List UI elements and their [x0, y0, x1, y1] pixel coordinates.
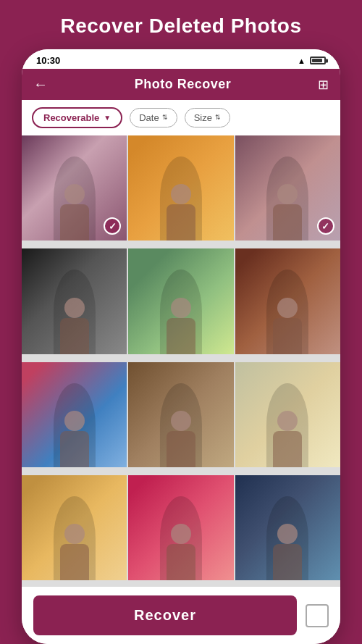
photo-cell-8[interactable] [128, 362, 233, 467]
recoverable-filter-button[interactable]: Recoverable ▼ [32, 107, 122, 128]
check-overlay-1: ✓ [104, 217, 121, 235]
photo-grid: ✓ ✓ [22, 135, 340, 587]
photo-cell-3[interactable]: ✓ [235, 135, 340, 241]
app-header: ← Photo Recover ⊞ [22, 69, 340, 100]
grid-view-icon[interactable]: ⊞ [318, 77, 329, 93]
size-label: Size [194, 112, 212, 123]
photo-cell-7[interactable] [22, 362, 127, 467]
photo-cell-5[interactable] [128, 248, 233, 354]
recover-button[interactable]: Recover [33, 595, 297, 635]
photo-cell-9[interactable] [235, 362, 340, 467]
header-title: Photo Recover [135, 77, 232, 92]
filter-bar: Recoverable ▼ Date ⇅ Size ⇅ [22, 100, 340, 135]
check-overlay-3: ✓ [317, 217, 334, 235]
bottom-bar: Recover [22, 587, 340, 644]
dropdown-arrow-icon: ▼ [104, 114, 111, 122]
status-bar: 10:30 [22, 49, 340, 69]
phone-frame: 10:30 ← Photo Recover ⊞ Recoverable ▼ Da… [22, 49, 340, 644]
size-sort-button[interactable]: Size ⇅ [185, 108, 230, 127]
date-sort-button[interactable]: Date ⇅ [130, 108, 177, 127]
back-button[interactable]: ← [33, 76, 48, 93]
sort-arrows-icon: ⇅ [162, 114, 168, 121]
photo-cell-12[interactable] [235, 475, 340, 580]
date-label: Date [139, 112, 159, 123]
battery-icon [310, 57, 326, 64]
photo-cell-4[interactable] [22, 248, 127, 354]
photo-cell-1[interactable]: ✓ [22, 135, 127, 241]
recoverable-label: Recoverable [43, 112, 99, 123]
photo-cell-11[interactable] [128, 475, 233, 580]
status-icons [298, 55, 326, 66]
status-time: 10:30 [36, 55, 60, 66]
page-title: Recover Deleted Photos [53, 0, 308, 49]
photo-cell-2[interactable] [128, 135, 233, 241]
photo-cell-6[interactable] [235, 248, 340, 354]
select-all-checkbox[interactable] [306, 604, 329, 627]
wifi-icon [298, 55, 306, 66]
photo-cell-10[interactable] [22, 475, 127, 580]
size-sort-arrows-icon: ⇅ [215, 114, 221, 121]
